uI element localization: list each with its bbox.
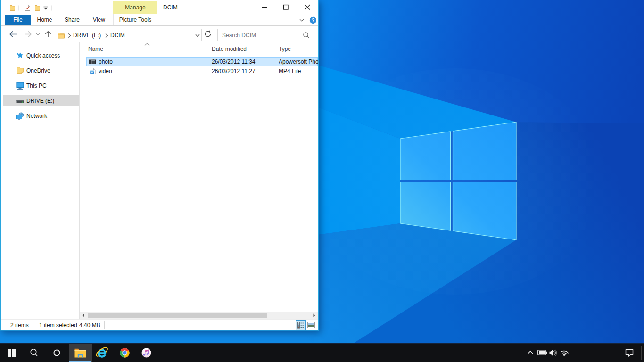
svg-text:?: ? [312, 17, 315, 23]
